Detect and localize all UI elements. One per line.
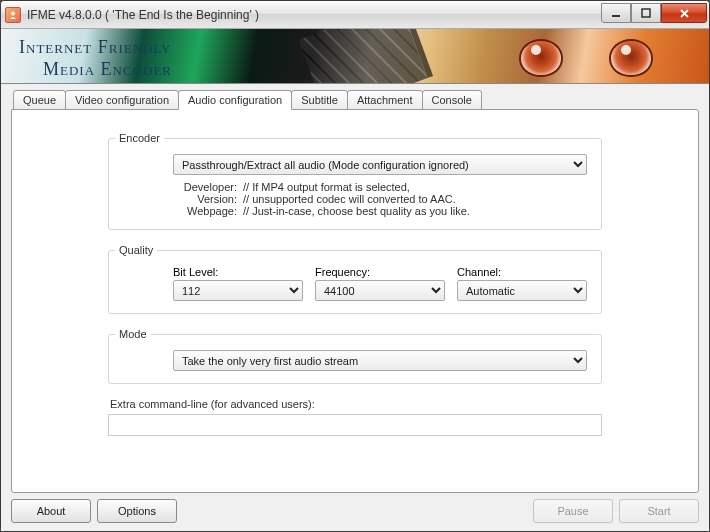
quality-group: Quality Bit Level: 112 Frequency: 44100 … [108, 244, 602, 314]
about-button[interactable]: About [11, 499, 91, 523]
tab-panel-audio: Encoder Passthrough/Extract all audio (M… [11, 109, 699, 493]
extra-cmdline-input[interactable] [108, 414, 602, 436]
app-window: IFME v4.8.0.0 ( 'The End Is the Beginnin… [0, 0, 710, 532]
version-value: // unsupported codec will converted to A… [243, 193, 587, 205]
tab-queue[interactable]: Queue [13, 90, 66, 110]
encoder-group: Encoder Passthrough/Extract all audio (M… [108, 132, 602, 230]
anime-art [509, 33, 669, 83]
channel-select[interactable]: Automatic [457, 280, 587, 301]
version-label: Version: [173, 193, 237, 205]
banner-line1: Internet Friendly [19, 37, 172, 59]
banner-line2: Media Encoder [43, 59, 172, 81]
tab-strip: Queue Video configuration Audio configur… [11, 90, 699, 110]
window-controls [601, 3, 707, 23]
pause-button[interactable]: Pause [533, 499, 613, 523]
tab-attachment[interactable]: Attachment [347, 90, 423, 110]
quality-legend: Quality [115, 244, 157, 256]
mode-group: Mode Take the only very first audio stre… [108, 328, 602, 384]
svg-rect-2 [642, 9, 650, 17]
webpage-value: // Just-in-case, choose best quality as … [243, 205, 587, 217]
film-strip-graphic [293, 29, 433, 84]
close-button[interactable] [661, 3, 707, 23]
app-icon [5, 7, 21, 23]
encoder-info: Developer: // If MP4 output format is se… [173, 181, 587, 217]
bit-level-select[interactable]: 112 [173, 280, 303, 301]
mode-select[interactable]: Take the only very first audio stream [173, 350, 587, 371]
tab-console[interactable]: Console [422, 90, 482, 110]
developer-label: Developer: [173, 181, 237, 193]
frequency-label: Frequency: [315, 266, 445, 278]
tab-audio-configuration[interactable]: Audio configuration [178, 90, 292, 110]
frequency-select[interactable]: 44100 [315, 280, 445, 301]
bit-level-label: Bit Level: [173, 266, 303, 278]
extra-cmdline-label: Extra command-line (for advanced users): [110, 398, 602, 410]
bottom-bar: About Options Pause Start [11, 493, 699, 523]
maximize-button[interactable] [631, 3, 661, 23]
banner-title: Internet Friendly Media Encoder [19, 37, 172, 80]
mode-legend: Mode [115, 328, 151, 340]
developer-value: // If MP4 output format is selected, [243, 181, 587, 193]
banner: Internet Friendly Media Encoder [1, 29, 709, 84]
tab-video-configuration[interactable]: Video configuration [65, 90, 179, 110]
minimize-button[interactable] [601, 3, 631, 23]
svg-point-0 [11, 11, 15, 15]
encoder-select[interactable]: Passthrough/Extract all audio (Mode conf… [173, 154, 587, 175]
encoder-legend: Encoder [115, 132, 164, 144]
channel-label: Channel: [457, 266, 587, 278]
options-button[interactable]: Options [97, 499, 177, 523]
titlebar[interactable]: IFME v4.8.0.0 ( 'The End Is the Beginnin… [1, 1, 709, 29]
window-title: IFME v4.8.0.0 ( 'The End Is the Beginnin… [27, 8, 601, 22]
svg-rect-1 [612, 15, 620, 17]
tab-subtitle[interactable]: Subtitle [291, 90, 348, 110]
start-button[interactable]: Start [619, 499, 699, 523]
client-area: Queue Video configuration Audio configur… [1, 84, 709, 531]
webpage-label: Webpage: [173, 205, 237, 217]
